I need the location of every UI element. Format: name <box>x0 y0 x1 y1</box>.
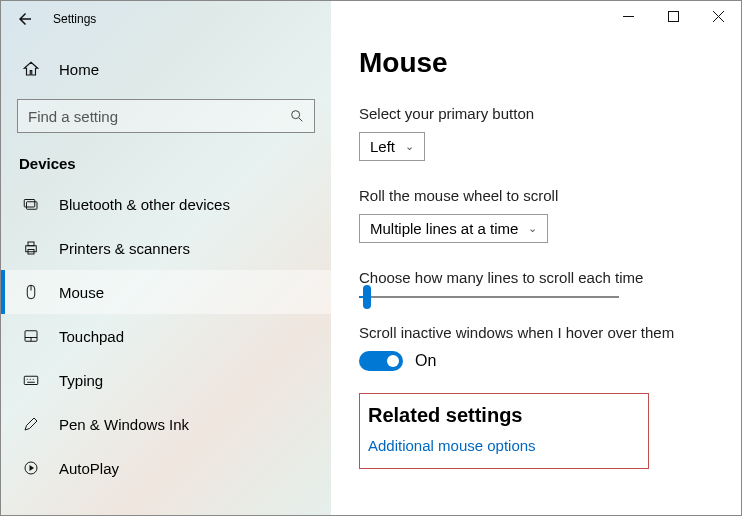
sidebar-item-label: AutoPlay <box>59 460 119 477</box>
search-icon <box>287 106 307 126</box>
inactive-toggle-value: On <box>415 352 436 370</box>
bluetooth-devices-icon <box>21 194 41 214</box>
close-button[interactable] <box>696 1 741 31</box>
sidebar-item-pen[interactable]: Pen & Windows Ink <box>1 402 331 446</box>
chevron-down-icon: ⌄ <box>528 222 537 235</box>
page-title: Mouse <box>359 47 717 79</box>
lines-label: Choose how many lines to scroll each tim… <box>359 269 717 286</box>
sidebar-item-label: Touchpad <box>59 328 124 345</box>
back-button[interactable] <box>7 1 43 37</box>
window-title: Settings <box>53 12 96 26</box>
primary-button-dropdown[interactable]: Left ⌄ <box>359 132 425 161</box>
svg-point-14 <box>27 379 28 380</box>
wheel-dropdown[interactable]: Multiple lines at a time ⌄ <box>359 214 548 243</box>
search-box[interactable] <box>17 99 315 133</box>
sidebar-item-label: Mouse <box>59 284 104 301</box>
sidebar-item-printers[interactable]: Printers & scanners <box>1 226 331 270</box>
touchpad-icon <box>21 326 41 346</box>
svg-rect-19 <box>669 11 679 21</box>
sidebar-item-autoplay[interactable]: AutoPlay <box>1 446 331 490</box>
related-settings-box: Related settings Additional mouse option… <box>359 393 649 469</box>
svg-point-0 <box>292 111 300 119</box>
chevron-down-icon: ⌄ <box>405 140 414 153</box>
slider-thumb[interactable] <box>363 285 371 309</box>
printer-icon <box>21 238 41 258</box>
back-arrow-icon <box>15 9 35 29</box>
sidebar-item-bluetooth[interactable]: Bluetooth & other devices <box>1 182 331 226</box>
nav-home[interactable]: Home <box>1 49 331 89</box>
additional-mouse-options-link[interactable]: Additional mouse options <box>368 437 640 454</box>
primary-button-label: Select your primary button <box>359 105 717 122</box>
svg-rect-12 <box>24 376 38 384</box>
svg-rect-4 <box>26 246 37 252</box>
pen-icon <box>21 414 41 434</box>
sidebar-item-label: Typing <box>59 372 103 389</box>
sidebar-item-typing[interactable]: Typing <box>1 358 331 402</box>
autoplay-icon <box>21 458 41 478</box>
primary-button-value: Left <box>370 138 395 155</box>
svg-rect-5 <box>28 242 34 246</box>
home-icon <box>21 59 41 79</box>
inactive-label: Scroll inactive windows when I hover ove… <box>359 324 717 341</box>
toggle-knob <box>387 355 399 367</box>
category-header: Devices <box>1 137 331 182</box>
sidebar-item-label: Pen & Windows Ink <box>59 416 189 433</box>
sidebar-item-mouse[interactable]: Mouse <box>1 270 331 314</box>
minimize-button[interactable] <box>606 1 651 31</box>
nav-home-label: Home <box>59 61 99 78</box>
svg-rect-2 <box>24 200 35 208</box>
lines-slider[interactable] <box>359 296 619 298</box>
wheel-value: Multiple lines at a time <box>370 220 518 237</box>
sidebar-item-touchpad[interactable]: Touchpad <box>1 314 331 358</box>
search-input[interactable] <box>17 99 315 133</box>
inactive-toggle[interactable] <box>359 351 403 371</box>
svg-point-16 <box>33 379 34 380</box>
sidebar-item-label: Printers & scanners <box>59 240 190 257</box>
mouse-icon <box>21 282 41 302</box>
sidebar-item-label: Bluetooth & other devices <box>59 196 230 213</box>
maximize-button[interactable] <box>651 1 696 31</box>
related-settings-title: Related settings <box>368 404 640 427</box>
wheel-label: Roll the mouse wheel to scroll <box>359 187 717 204</box>
svg-rect-3 <box>27 202 38 210</box>
svg-point-15 <box>30 379 31 380</box>
keyboard-icon <box>21 370 41 390</box>
svg-line-1 <box>299 118 302 121</box>
